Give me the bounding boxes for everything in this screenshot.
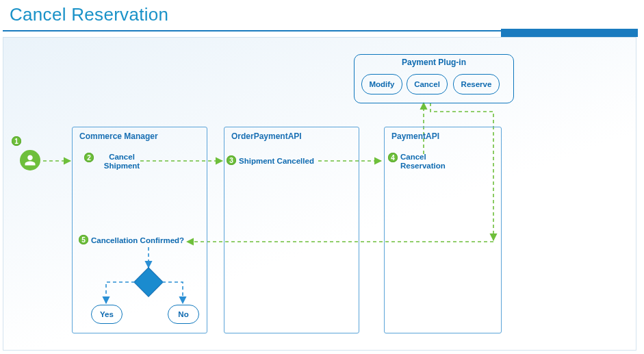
decision-yes: Yes xyxy=(91,305,123,324)
step-1-badge: 1 xyxy=(12,136,21,146)
plugin-reserve-button[interactable]: Reserve xyxy=(453,74,500,94)
step-5-label: Cancellation Confirmed? xyxy=(91,236,194,245)
step-2-badge: 2 xyxy=(84,153,94,162)
payment-plugin-title: Payment Plug-in xyxy=(355,58,513,67)
lane-paymentapi-title: PaymentAPI xyxy=(391,131,439,141)
step-4-badge: 4 xyxy=(388,153,398,162)
step-3-badge: 3 xyxy=(227,155,236,165)
header-accent-bar xyxy=(501,29,638,37)
page-title: Cancel Reservation xyxy=(10,4,168,25)
step-2-label: Cancel Shipment xyxy=(98,153,146,170)
lane-commerce-title: Commerce Manager xyxy=(79,131,158,141)
diagram-canvas: Payment Plug-in Modify Cancel Reserve Co… xyxy=(3,37,636,351)
step-2-label-line2: Shipment xyxy=(104,162,140,170)
step-3-label: Shipment Cancelled xyxy=(239,157,328,166)
step-4-label: Cancel Reservation xyxy=(400,153,455,170)
payment-plugin-box: Payment Plug-in Modify Cancel Reserve xyxy=(354,54,514,103)
decision-no: No xyxy=(168,305,199,324)
step-4-label-line1: Cancel xyxy=(400,153,426,161)
user-icon xyxy=(20,150,40,170)
step-4-label-line2: Reservation xyxy=(400,162,446,170)
plugin-cancel-button[interactable]: Cancel xyxy=(407,74,448,94)
step-2-label-line1: Cancel xyxy=(109,153,135,161)
step-5-badge: 5 xyxy=(79,235,88,244)
plugin-modify-button[interactable]: Modify xyxy=(361,74,402,94)
lane-orderapi-title: OrderPaymentAPI xyxy=(231,131,302,141)
